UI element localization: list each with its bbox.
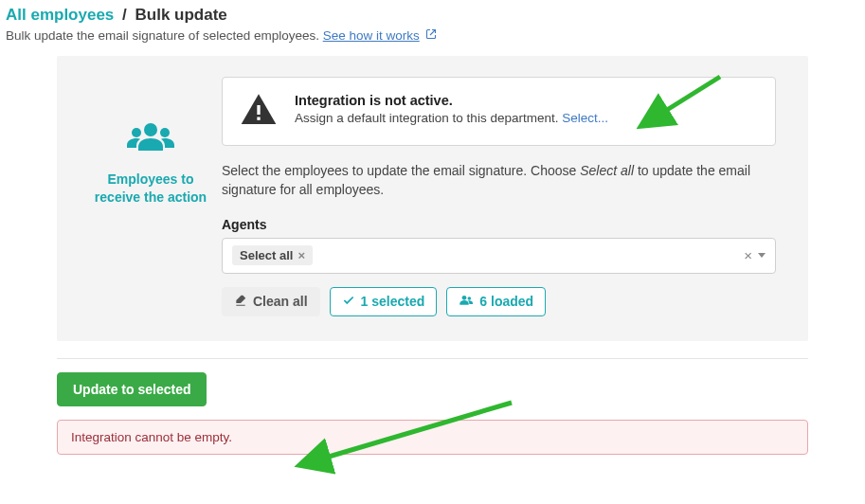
subhead-text: Bulk update the email signature of selec… xyxy=(6,28,323,43)
external-link-icon xyxy=(425,29,437,43)
how-it-works-link[interactable]: See how it works xyxy=(323,28,420,43)
select-all-chip[interactable]: Select all × xyxy=(232,245,313,265)
update-to-selected-button[interactable]: Update to selected xyxy=(57,372,207,406)
breadcrumb-separator: / xyxy=(122,6,127,24)
employees-panel: Employees to receive the action Integrat… xyxy=(57,56,808,341)
chip-label: Select all xyxy=(240,248,293,262)
dropdown-caret-icon[interactable] xyxy=(758,253,766,258)
clean-all-button[interactable]: Clean all xyxy=(222,287,320,316)
users-icon xyxy=(459,294,474,310)
svg-point-2 xyxy=(160,128,170,137)
integration-alert: Integration is not active. Assign a defa… xyxy=(222,77,776,146)
alert-desc-text: Assign a default integration to this dep… xyxy=(295,111,562,125)
alert-title: Integration is not active. xyxy=(295,93,758,108)
side-title: Employees to receive the action xyxy=(89,171,212,207)
warning-icon xyxy=(240,91,278,132)
svg-point-0 xyxy=(144,123,157,136)
breadcrumb: All employees / Bulk update xyxy=(6,6,859,25)
svg-point-5 xyxy=(462,296,467,300)
selected-count-button[interactable]: 1 selected xyxy=(330,287,438,316)
check-icon xyxy=(342,294,355,310)
instructions-pre: Select the employees to update the email… xyxy=(222,163,580,178)
alert-select-link[interactable]: Select... xyxy=(562,111,608,125)
selected-count-label: 1 selected xyxy=(361,294,425,309)
clean-all-label: Clean all xyxy=(253,294,308,309)
alert-description: Assign a default integration to this dep… xyxy=(295,111,758,125)
agents-select[interactable]: Select all × × xyxy=(222,238,776,274)
chip-remove-icon[interactable]: × xyxy=(297,248,305,262)
page-subheading: Bulk update the email signature of selec… xyxy=(6,28,859,43)
breadcrumb-parent-link[interactable]: All employees xyxy=(6,6,114,24)
eraser-icon xyxy=(234,294,247,310)
loaded-count-button[interactable]: 6 loaded xyxy=(446,287,546,316)
error-message: Integration cannot be empty. xyxy=(57,420,808,455)
svg-point-6 xyxy=(468,297,472,300)
employees-group-icon xyxy=(89,120,212,165)
agents-label: Agents xyxy=(222,217,776,232)
instructions-em: Select all xyxy=(580,163,634,178)
svg-rect-3 xyxy=(257,105,260,115)
svg-point-1 xyxy=(132,128,141,137)
loaded-count-label: 6 loaded xyxy=(479,294,533,309)
clear-select-icon[interactable]: × xyxy=(744,247,752,263)
instructions-text: Select the employees to update the email… xyxy=(222,161,776,200)
svg-rect-4 xyxy=(257,117,260,120)
breadcrumb-current: Bulk update xyxy=(135,6,227,24)
